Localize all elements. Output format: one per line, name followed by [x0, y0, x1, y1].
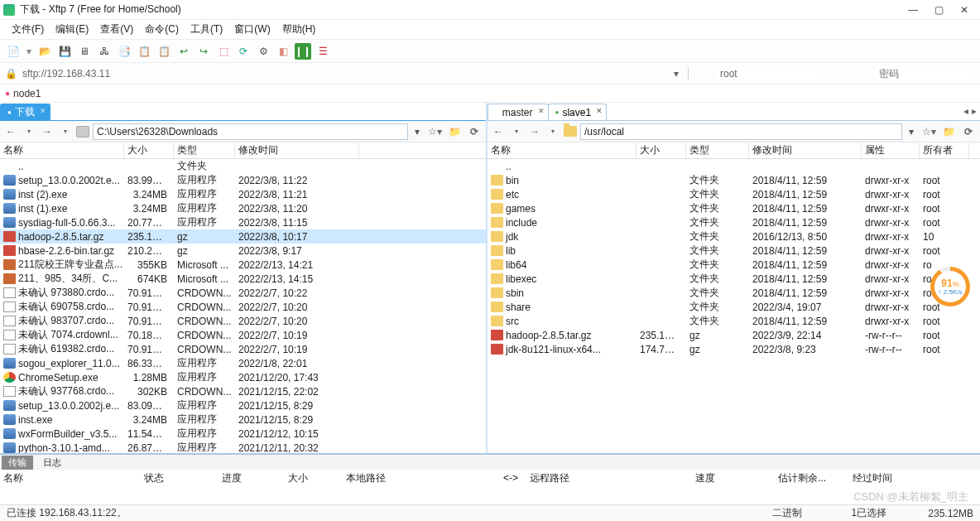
new-folder-icon[interactable]: 📁: [446, 123, 463, 140]
local-tab[interactable]: ● 下载 ✕: [0, 104, 50, 120]
col-perm[interactable]: 属性: [862, 142, 920, 158]
maximize-button[interactable]: ▢: [934, 4, 944, 16]
col-name[interactable]: 名称: [488, 142, 637, 158]
file-row[interactable]: sogou_explorer_11.0...86.33MB应用程序2022/1/…: [0, 356, 486, 370]
new-folder-icon[interactable]: 📁: [940, 123, 957, 140]
sync-icon[interactable]: ⟳: [235, 43, 252, 60]
col-type[interactable]: 类型: [686, 142, 749, 158]
address-dropdown-icon[interactable]: ▾: [671, 68, 681, 80]
file-row[interactable]: 未确认 983707.crdo...70.91MBCRDOWN...2022/2…: [0, 314, 486, 328]
menu-item[interactable]: 命令(C): [140, 21, 184, 38]
path-dropdown-icon[interactable]: ▾: [411, 126, 423, 137]
local-path-box[interactable]: C:\Users\26328\Downloads: [93, 123, 408, 140]
minimize-button[interactable]: —: [908, 4, 918, 16]
connect-icon[interactable]: 🖥: [76, 43, 93, 60]
disconnect-icon[interactable]: 🖧: [96, 43, 113, 60]
refresh-icon[interactable]: ⟳: [960, 123, 977, 140]
close-button[interactable]: ✕: [960, 4, 968, 16]
col-type[interactable]: 类型: [174, 142, 235, 158]
tc-status[interactable]: 状态: [141, 471, 219, 485]
file-row[interactable]: 未确认 937768.crdo...302KBCRDOWN...2021/12/…: [0, 384, 486, 398]
remote-file-list[interactable]: ..bin文件夹2018/4/11, 12:59drwxr-xr-xrootet…: [488, 159, 980, 453]
transfer-left-icon[interactable]: ↩: [175, 43, 192, 60]
col-size[interactable]: 大小: [124, 142, 174, 158]
file-row[interactable]: jdk文件夹2016/12/13, 8:50drwxr-xr-x10: [488, 229, 980, 244]
menu-item[interactable]: 编辑(E): [50, 21, 94, 38]
remote-tab[interactable]: ●slave1✕: [548, 104, 608, 120]
tc-speed[interactable]: 速度: [692, 471, 775, 485]
file-row[interactable]: sysdiag-full-5.0.66.3...20.77MB应用程序2022/…: [0, 215, 486, 229]
forward-history-icon[interactable]: ▾: [545, 124, 560, 139]
file-row[interactable]: inst (1).exe3.24MB应用程序2022/3/8, 11:20: [0, 201, 486, 215]
file-row[interactable]: ChromeSetup.exe1.28MB应用程序2021/12/20, 17:…: [0, 370, 486, 384]
back-history-icon[interactable]: ▾: [22, 124, 36, 139]
file-row[interactable]: inst.exe3.24MB应用程序2021/12/15, 8:29: [0, 412, 486, 427]
file-row[interactable]: 未确认 7074.crdownl...70.18MBCRDOWN...2022/…: [0, 328, 486, 342]
forward-button[interactable]: →: [40, 124, 55, 139]
tab-transfer[interactable]: 传输: [2, 456, 33, 470]
tc-direction[interactable]: <->: [500, 472, 526, 484]
file-row[interactable]: 未确认 619382.crdo...70.91MBCRDOWN...2022/2…: [0, 342, 486, 356]
username-input[interactable]: [717, 66, 816, 81]
forward-history-icon[interactable]: ▾: [58, 124, 73, 139]
host-name[interactable]: node1: [13, 88, 41, 99]
help-icon[interactable]: ☰: [315, 43, 331, 60]
file-row[interactable]: setup_13.0.0.2002t.e...83.99MB应用程序2022/3…: [0, 173, 486, 187]
save-icon[interactable]: 💾: [56, 43, 73, 60]
paste-icon[interactable]: 📋: [156, 43, 172, 60]
col-name[interactable]: 名称: [0, 142, 124, 158]
file-row[interactable]: 未确认 690758.crdo...70.91MBCRDOWN...2022/2…: [0, 300, 486, 314]
properties-icon[interactable]: 📑: [116, 43, 132, 60]
file-row[interactable]: 211院校王牌专业盘点...355KBMicrosoft ...2022/2/1…: [0, 258, 486, 272]
tc-eta[interactable]: 估计剩余...: [775, 471, 849, 485]
forward-button[interactable]: →: [527, 124, 542, 139]
path-dropdown-icon[interactable]: ▾: [906, 126, 917, 137]
stop-icon[interactable]: ❙❙: [295, 43, 311, 60]
open-icon[interactable]: 📂: [36, 43, 53, 60]
file-row[interactable]: setup_13.0.0.2002j.e...83.09MB应用程序2021/1…: [0, 398, 486, 412]
settings-icon[interactable]: ⚙: [255, 43, 271, 60]
remote-path-box[interactable]: /usr/local: [580, 123, 902, 140]
sync-viewer-icon[interactable]: ⬚: [215, 43, 232, 60]
refresh-icon[interactable]: ⟳: [466, 123, 483, 140]
file-row[interactable]: hadoop-2.8.5.tar.gz235.12MBgz2022/3/9, 2…: [488, 328, 980, 342]
file-row[interactable]: etc文件夹2018/4/11, 12:59drwxr-xr-xroot: [488, 187, 980, 201]
remote-tab[interactable]: ●master✕: [488, 104, 549, 120]
file-row[interactable]: inst (2).exe3.24MB应用程序2022/3/8, 11:21: [0, 187, 486, 201]
file-row[interactable]: python-3.10.1-amd...26.87MB应用程序2021/12/1…: [0, 441, 486, 453]
tab-close-icon[interactable]: ✕: [596, 107, 603, 115]
file-row[interactable]: wxFormBuilder_v3.5...11.54MB应用程序2021/12/…: [0, 427, 486, 441]
file-row[interactable]: ..文件夹: [0, 159, 486, 173]
tab-next-icon[interactable]: ▸: [972, 105, 977, 117]
file-row[interactable]: share文件夹2022/3/4, 19:07drwxr-xr-xroot: [488, 300, 980, 314]
tab-close-icon[interactable]: ✕: [538, 107, 545, 115]
file-row[interactable]: lib64文件夹2018/4/11, 12:59drwxr-xr-xro: [488, 258, 980, 272]
tab-prev-icon[interactable]: ◂: [963, 105, 968, 117]
back-button[interactable]: ←: [491, 124, 506, 139]
menu-item[interactable]: 工具(T): [185, 21, 228, 38]
menu-item[interactable]: 文件(F): [7, 21, 49, 38]
file-row[interactable]: hadoop-2.8.5.tar.gz235.12MBgz2022/3/8, 1…: [0, 229, 486, 244]
tc-name[interactable]: 名称: [0, 471, 141, 485]
bookmark-dropdown-icon[interactable]: ☆▾: [426, 123, 443, 140]
file-row[interactable]: src文件夹2018/4/11, 12:59drwxr-xr-xroot: [488, 314, 980, 328]
copy-icon[interactable]: 📋: [136, 43, 152, 60]
col-size[interactable]: 大小: [637, 142, 686, 158]
file-row[interactable]: sbin文件夹2018/4/11, 12:59drwxr-xr-xroot: [488, 286, 980, 300]
col-mtime[interactable]: 修改时间: [749, 142, 862, 158]
col-mtime[interactable]: 修改时间: [235, 142, 359, 158]
tab-close-icon[interactable]: ✕: [40, 107, 46, 115]
tc-local[interactable]: 本地路径: [343, 471, 500, 485]
tab-log[interactable]: 日志: [36, 456, 68, 470]
file-row[interactable]: hbase-2.2.6-bin.tar.gz210.26MBgz2022/3/8…: [0, 244, 486, 258]
tc-remote[interactable]: 远程路径: [526, 471, 692, 485]
dropdown-icon[interactable]: ▾: [25, 43, 33, 60]
file-row[interactable]: libexec文件夹2018/4/11, 12:59drwxr-xr-xro: [488, 272, 980, 286]
file-row[interactable]: include文件夹2018/4/11, 12:59drwxr-xr-xroot: [488, 215, 980, 229]
file-row[interactable]: bin文件夹2018/4/11, 12:59drwxr-xr-xroot: [488, 173, 980, 187]
local-file-list[interactable]: ..文件夹setup_13.0.0.2002t.e...83.99MB应用程序2…: [0, 159, 486, 453]
new-session-icon[interactable]: 📄: [5, 43, 22, 60]
file-row[interactable]: games文件夹2018/4/11, 12:59drwxr-xr-xroot: [488, 201, 980, 215]
transfer-right-icon[interactable]: ↪: [195, 43, 212, 60]
file-row[interactable]: lib文件夹2018/4/11, 12:59drwxr-xr-xroot: [488, 244, 980, 258]
